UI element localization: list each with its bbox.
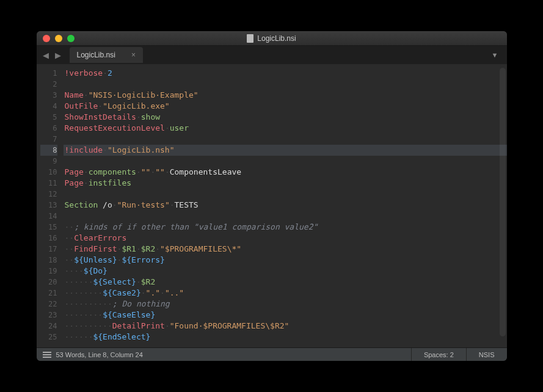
editor-area[interactable]: 1234567891011121314151617181920212223242…	[37, 64, 507, 347]
code-line[interactable]: Section /o·"Run·tests"·TESTS	[64, 200, 507, 211]
status-position[interactable]: 53 Words, Line 8, Column 24	[56, 351, 143, 358]
code-line[interactable]: ··········DetailPrint·"Found·$PROGRAMFIL…	[64, 321, 507, 332]
tab-dropdown-icon[interactable]: ▼	[487, 49, 503, 61]
code-line[interactable]: ··; kinds of if other than "value1 compa…	[64, 222, 507, 233]
line-number: 12	[40, 189, 57, 200]
document-icon	[247, 34, 253, 43]
line-number: 15	[40, 222, 57, 233]
status-indent[interactable]: Spaces: 2	[411, 348, 466, 361]
line-number: 4	[40, 101, 57, 112]
code-line[interactable]: ······${Select}·$R2	[64, 277, 507, 288]
line-number: 25	[40, 332, 57, 343]
code-line[interactable]: ··ClearErrors	[64, 233, 507, 244]
tab-close-icon[interactable]: ×	[131, 51, 136, 59]
code-line[interactable]: ShowInstDetails·show	[64, 112, 507, 123]
line-number: 20	[40, 277, 57, 288]
line-number: 6	[40, 123, 57, 134]
code-line[interactable]: Page·components·""·""·ComponentsLeave	[64, 167, 507, 178]
code-line[interactable]: ····${Do}	[64, 266, 507, 277]
code-line[interactable]: ··········; Do nothing	[64, 299, 507, 310]
line-number: 19	[40, 266, 57, 277]
code-line[interactable]: !include·"LogicLib.nsh"	[64, 145, 507, 156]
code-line[interactable]	[64, 134, 507, 145]
window-title: LogicLib.nsi	[37, 34, 507, 43]
code-line[interactable]: !verbose·2	[64, 68, 507, 79]
line-number: 17	[40, 244, 57, 255]
nav-back-icon[interactable]: ◀	[40, 49, 51, 61]
line-number: 10	[40, 167, 57, 178]
line-number-gutter: 1234567891011121314151617181920212223242…	[37, 64, 64, 347]
line-number: 22	[40, 299, 57, 310]
line-number: 7	[40, 134, 57, 145]
tab-label: LogicLib.nsi	[77, 51, 115, 59]
code-line[interactable]	[64, 189, 507, 200]
line-number: 13	[40, 200, 57, 211]
line-number: 21	[40, 288, 57, 299]
line-number: 8	[40, 145, 57, 156]
zoom-icon[interactable]	[67, 35, 75, 42]
line-number: 1	[40, 68, 57, 79]
code-line[interactable]	[64, 211, 507, 222]
code-line[interactable]: ··${Unless}·${Errors}	[64, 255, 507, 266]
line-number: 14	[40, 211, 57, 222]
code-line[interactable]	[64, 79, 507, 90]
nav-forward-icon[interactable]: ▶	[53, 49, 64, 61]
code-line[interactable]: Page·instfiles	[64, 178, 507, 189]
statusbar: 53 Words, Line 8, Column 24 Spaces: 2 NS…	[37, 347, 507, 361]
code-line[interactable]: ······${EndSelect}	[64, 332, 507, 343]
line-number: 24	[40, 321, 57, 332]
line-number: 5	[40, 112, 57, 123]
code-line[interactable]: RequestExecutionLevel·user	[64, 123, 507, 134]
window-title-text: LogicLib.nsi	[257, 34, 296, 43]
traffic-lights	[43, 35, 75, 42]
code-line[interactable]: ········${Case2}·"."·".."	[64, 288, 507, 299]
code-line[interactable]: ··FindFirst·$R1·$R2·"$PROGRAMFILES\*"	[64, 244, 507, 255]
code-line[interactable]	[64, 156, 507, 167]
editor-window: LogicLib.nsi ◀ ▶ LogicLib.nsi × ▼ 123456…	[37, 31, 507, 361]
tabbar: ◀ ▶ LogicLib.nsi × ▼	[37, 46, 507, 64]
status-syntax[interactable]: NSIS	[466, 348, 507, 361]
line-number: 23	[40, 310, 57, 321]
code-content[interactable]: !verbose·2Name·"NSIS·LogicLib·Example"Ou…	[64, 64, 507, 347]
nav-arrows: ◀ ▶	[40, 49, 64, 61]
code-line[interactable]: ········${CaseElse}	[64, 310, 507, 321]
status-left: 53 Words, Line 8, Column 24	[37, 351, 149, 358]
tab-logiclib[interactable]: LogicLib.nsi ×	[70, 47, 143, 63]
line-number: 18	[40, 255, 57, 266]
code-line[interactable]: Name·"NSIS·LogicLib·Example"	[64, 90, 507, 101]
code-line[interactable]: OutFile·"LogicLib.exe"	[64, 101, 507, 112]
close-icon[interactable]	[43, 35, 50, 42]
line-number: 16	[40, 233, 57, 244]
scrollbar[interactable]	[500, 68, 506, 336]
line-number: 2	[40, 79, 57, 90]
menu-icon[interactable]	[43, 352, 51, 358]
line-number: 3	[40, 90, 57, 101]
minimize-icon[interactable]	[55, 35, 62, 42]
status-right: Spaces: 2 NSIS	[411, 348, 507, 361]
line-number: 9	[40, 156, 57, 167]
line-number: 11	[40, 178, 57, 189]
titlebar: LogicLib.nsi	[37, 31, 507, 46]
